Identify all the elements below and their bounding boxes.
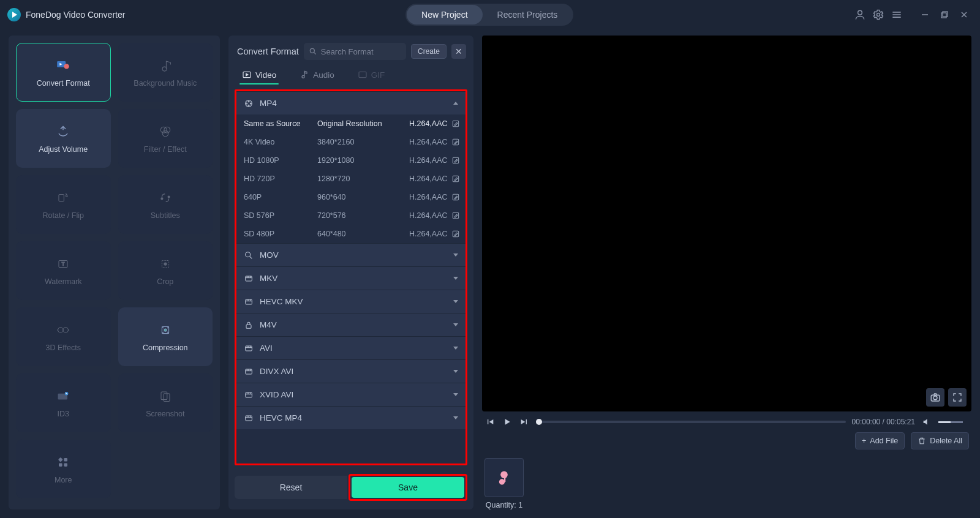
titlebar: FoneDog Video Converter New Project Rece…: [0, 0, 980, 29]
tool-label: Compression: [143, 343, 188, 352]
format-tab-gif[interactable]: GIF: [355, 66, 388, 83]
svg-point-31: [302, 75, 304, 78]
tool-label: Crop: [157, 277, 173, 286]
format-group-avi[interactable]: AVI: [236, 336, 466, 359]
film-icon: [244, 367, 254, 377]
maximize-button[interactable]: [936, 6, 953, 23]
tool-compression[interactable]: Compression: [118, 307, 213, 366]
video-preview[interactable]: [482, 36, 971, 411]
svg-point-18: [63, 328, 68, 332]
format-group-xvid-avi[interactable]: XVID AVI: [236, 383, 466, 406]
tool-screenshot[interactable]: Screenshot: [118, 373, 213, 432]
tool-subtitles[interactable]: Subtitles: [118, 175, 213, 234]
format-preset-row[interactable]: SD 480P640*480H.264,AAC: [236, 225, 466, 243]
svg-point-16: [164, 263, 167, 265]
tool-filter-effect[interactable]: Filter / Effect: [118, 109, 213, 168]
menu-icon[interactable]: [891, 9, 903, 21]
reset-button[interactable]: Reset: [235, 476, 347, 499]
svg-point-8: [164, 127, 170, 133]
tool-label: More: [55, 476, 72, 484]
mute-button[interactable]: [921, 416, 932, 427]
search-icon: [244, 250, 254, 260]
tool-label: Subtitles: [151, 211, 180, 220]
format-group-mov[interactable]: MOV: [236, 243, 466, 266]
clip-item[interactable]: Quantity: 1: [484, 458, 524, 509]
svg-point-20: [164, 329, 167, 331]
svg-point-17: [58, 328, 63, 332]
tab-recent-projects[interactable]: Recent Projects: [483, 5, 573, 24]
prev-button[interactable]: [484, 416, 496, 427]
delete-all-button[interactable]: Delete All: [911, 432, 969, 449]
format-list[interactable]: MP4Same as SourceOriginal ResolutionH.26…: [235, 89, 467, 465]
tab-new-project[interactable]: New Project: [407, 5, 482, 24]
seek-bar[interactable]: [536, 421, 846, 423]
svg-point-0: [858, 10, 862, 15]
format-group-hevc-mkv[interactable]: HEVC MKV: [236, 290, 466, 313]
format-group-divx-avi[interactable]: DIVX AVI: [236, 359, 466, 383]
reel-icon: [244, 99, 254, 108]
close-button[interactable]: [956, 6, 973, 23]
gif-icon: [358, 70, 368, 80]
format-group-m4v[interactable]: M4V: [236, 313, 466, 336]
edit-icon[interactable]: [451, 211, 460, 220]
edit-icon[interactable]: [451, 119, 460, 128]
create-button[interactable]: Create: [411, 44, 447, 59]
format-preset-row[interactable]: HD 720P1280*720H.264,AAC: [236, 170, 466, 188]
edit-icon[interactable]: [451, 156, 460, 165]
project-tabs: New Project Recent Projects: [405, 4, 573, 26]
tool-adjust-volume[interactable]: Adjust Volume: [16, 109, 111, 168]
tool-id3[interactable]: ID3: [16, 373, 111, 432]
next-button[interactable]: [519, 416, 530, 427]
svg-point-29: [310, 48, 314, 53]
play-button[interactable]: [502, 416, 513, 427]
film-icon: [244, 390, 254, 400]
format-group-mp4[interactable]: MP4: [236, 91, 466, 114]
minimize-button[interactable]: [916, 6, 933, 23]
svg-rect-2: [941, 13, 946, 18]
seek-handle[interactable]: [536, 419, 542, 425]
gear-icon[interactable]: [872, 9, 884, 21]
svg-rect-10: [59, 194, 64, 201]
tool-label: 3D Effects: [46, 343, 81, 352]
tool-3d-effects[interactable]: 3D Effects: [16, 307, 111, 366]
tool-label: Screenshot: [146, 410, 184, 418]
edit-icon[interactable]: [451, 193, 460, 201]
save-button[interactable]: Save: [352, 477, 464, 498]
format-preset-row[interactable]: Same as SourceOriginal ResolutionH.264,A…: [236, 114, 466, 133]
format-preset-row[interactable]: HD 1080P1920*1080H.264,AAC: [236, 151, 466, 170]
format-group-hevc-mp4[interactable]: HEVC MP4: [236, 406, 466, 429]
add-file-button[interactable]: +Add File: [855, 432, 905, 449]
format-tab-video[interactable]: Video: [239, 66, 279, 83]
format-group-mkv[interactable]: MKV: [236, 266, 466, 290]
tool-background-music[interactable]: Background Music: [118, 43, 213, 102]
volume-slider[interactable]: [938, 421, 969, 423]
tool-watermark[interactable]: TWatermark: [16, 241, 111, 300]
search-format-input[interactable]: Search Format: [304, 43, 406, 60]
format-preset-row[interactable]: 640P960*640H.264,AAC: [236, 188, 466, 206]
snapshot-button[interactable]: [926, 388, 944, 407]
edit-icon[interactable]: [451, 230, 460, 238]
film-icon: [244, 413, 254, 423]
svg-rect-32: [359, 72, 366, 77]
edit-icon[interactable]: [451, 175, 460, 183]
tool-label: ID3: [58, 410, 69, 418]
film-icon: [244, 274, 254, 283]
format-tab-audio[interactable]: Audio: [297, 66, 337, 83]
format-preset-row[interactable]: 4K Video3840*2160H.264,AAC: [236, 133, 466, 151]
fullscreen-button[interactable]: [948, 388, 967, 407]
svg-point-33: [246, 100, 252, 107]
svg-rect-3: [943, 12, 948, 17]
tool-crop[interactable]: Crop: [118, 241, 213, 300]
tool-convert-format[interactable]: Convert Format: [16, 43, 111, 102]
fullscreen-icon: [952, 392, 963, 403]
svg-point-34: [248, 100, 249, 102]
close-panel-button[interactable]: ✕: [451, 44, 466, 59]
format-preset-row[interactable]: SD 576P720*576H.264,AAC: [236, 206, 466, 225]
tool-rotate-flip[interactable]: Rotate / Flip: [16, 175, 111, 234]
tool-more[interactable]: More: [16, 440, 111, 498]
edit-icon[interactable]: [451, 138, 460, 146]
audio-icon: [300, 70, 309, 80]
user-icon[interactable]: [854, 9, 866, 21]
svg-rect-48: [246, 325, 251, 328]
clip-thumbnail: [484, 458, 524, 497]
